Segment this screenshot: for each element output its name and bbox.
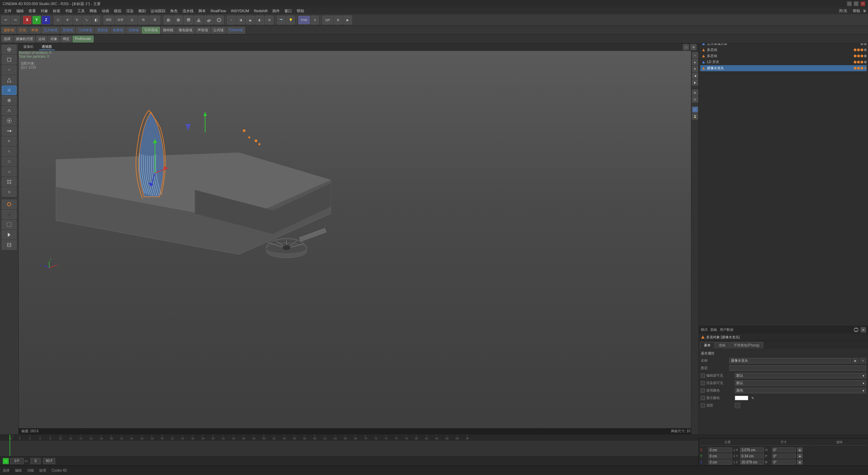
left-tool-3[interactable]: + [2, 65, 17, 75]
vp-right-btn-9[interactable]: ⌛ [692, 113, 698, 119]
coord-z-pos[interactable]: 0 cm [708, 460, 732, 464]
sound-field-btn[interactable]: 声音域 [195, 27, 210, 34]
select-tool-button[interactable]: ⬡ [54, 16, 62, 24]
left-tool-7[interactable] [2, 106, 17, 115]
pp-mode-btn[interactable]: 模式 [701, 327, 708, 332]
pp-icon-swatch[interactable] [735, 403, 740, 408]
cylinder-button[interactable] [184, 16, 193, 24]
pp-use-color-check[interactable] [701, 388, 705, 393]
geo-field-btn[interactable]: 几何体域 [76, 27, 94, 34]
cube-button[interactable] [163, 16, 173, 24]
status-function[interactable]: 功能 [27, 468, 34, 473]
viewport-tab-perspective[interactable]: 透视图 [39, 44, 55, 50]
menu-help[interactable]: 帮助 [295, 8, 306, 14]
loft-button[interactable]: ◐ [255, 16, 264, 24]
viewport-tab-camera[interactable]: 摄像机 [21, 44, 36, 50]
left-tool-4[interactable] [2, 75, 17, 85]
sweep-button[interactable]: ◒ [246, 16, 255, 24]
sphere-button[interactable] [174, 16, 183, 24]
coord-z-rot[interactable]: 0° [772, 460, 796, 464]
poly-tool-button[interactable]: ◧ [92, 16, 100, 24]
left-tool-17[interactable]: ⬛ [2, 210, 17, 219]
left-tool-6[interactable] [2, 96, 17, 105]
psr-button[interactable]: PSR [298, 16, 310, 24]
scale-tool-button[interactable]: ⤡ [82, 16, 91, 24]
coord-y-pos[interactable]: 0 cm [708, 454, 732, 458]
python-field-btn[interactable]: Python域 [226, 27, 245, 34]
left-tool-5[interactable] [2, 86, 17, 95]
move-tool-button[interactable]: ✛ [63, 16, 72, 24]
left-tool-20[interactable] [2, 240, 17, 250]
pp-icon-check[interactable] [701, 403, 705, 407]
pp-tab-basic[interactable]: 基本 [700, 342, 714, 348]
hier-item-cloner1[interactable]: 多态动 [700, 47, 867, 53]
mograph-light-btn[interactable]: 灯光 [17, 27, 28, 34]
camera-obj-button[interactable]: 📷 [277, 16, 285, 24]
motion-btn[interactable]: 运动 [36, 36, 47, 42]
pp-render-vis-dropdown[interactable]: 默认 ▾ [735, 380, 866, 386]
pp-tab-coords[interactable]: 坐标 [715, 342, 729, 348]
pp-render-vis-check[interactable] [701, 381, 705, 385]
status-texture[interactable]: 纹理 [39, 468, 46, 473]
qr-button[interactable]: QR [322, 16, 333, 24]
vp-right-btn-1[interactable]: + [692, 52, 698, 58]
hier-item-light[interactable]: LD 开关 [700, 59, 867, 65]
select-mode-btn[interactable]: 选择 [1, 36, 13, 42]
pp-tab-phong[interactable]: 平滑着色(Phong) [730, 342, 763, 348]
raster-field-btn[interactable]: 路特线 [161, 27, 176, 34]
left-tool-1[interactable] [2, 45, 17, 54]
model-mode-button[interactable]: 模型 [103, 16, 114, 24]
coord-y-size[interactable]: 0.34 cm [740, 454, 764, 458]
menu-file[interactable]: 文件 [2, 8, 14, 14]
deform-field-btn[interactable]: 变形域 [95, 27, 110, 34]
edge-mode-button[interactable]: 线 [138, 16, 149, 24]
menu-script[interactable]: 脚本 [196, 8, 208, 14]
left-tool-11[interactable]: ⤡ [2, 147, 17, 156]
shader-field-btn[interactable]: 着色器域 [176, 27, 195, 34]
think-field-btn[interactable]: 思维域 [60, 27, 75, 34]
menu-tag[interactable]: 标签 [51, 8, 62, 14]
menu-animation[interactable]: 动画 [100, 8, 111, 14]
left-tool-8[interactable] [2, 116, 17, 126]
menu-bookmark[interactable]: 书签 [63, 8, 75, 14]
undo-button[interactable]: ↩ [1, 16, 10, 24]
formula-field-btn[interactable]: 公式域 [211, 27, 226, 34]
ir-button[interactable]: Ir [864, 9, 866, 13]
coord-y-rot[interactable]: 0° [772, 454, 796, 458]
status-select[interactable]: 选择 [3, 468, 9, 473]
vp-right-btn-2[interactable]: ▲ [692, 59, 698, 65]
psr-value[interactable]: 0 [311, 16, 319, 24]
hier-item-cloner2[interactable]: 多态动 [700, 53, 867, 59]
camera-proxy-btn[interactable]: 摄像机代理 [14, 36, 35, 42]
torus-button[interactable] [214, 16, 224, 24]
left-tool-10[interactable]: ↻ [2, 136, 17, 146]
pp-tool-icon[interactable] [853, 327, 859, 333]
vp-right-btn-8[interactable]: ⬡ [692, 107, 698, 113]
coord-x-pos[interactable]: 0 cm [708, 448, 732, 452]
coord-z-size[interactable]: 20.979 cm [740, 460, 764, 464]
menu-mesh[interactable]: 网格 [87, 8, 99, 14]
status-cycles[interactable]: Cycles 4D [52, 469, 67, 472]
left-tool-19[interactable] [2, 230, 17, 240]
menu-simulate[interactable]: 模拟 [112, 8, 123, 14]
viewport-canvas[interactable]: Number of emitters: 0 Total live particl… [19, 51, 698, 434]
pp-display-color-swatch[interactable] [735, 396, 748, 400]
pp-panel-btn[interactable]: 面板 [710, 327, 717, 332]
vp-right-btn-7[interactable]: ⊙ [692, 96, 698, 102]
pp-name-pick-btn[interactable]: ▶ [852, 358, 859, 363]
left-tool-2[interactable] [2, 55, 17, 64]
rig-btn[interactable]: 绑定 [60, 36, 72, 42]
maximize-button[interactable]: □ [854, 1, 859, 6]
vp-settings-btn[interactable]: ⚙ [690, 44, 696, 50]
lathe-button[interactable]: ◔ [265, 16, 274, 24]
vp-maximize-btn[interactable]: ⬡ [683, 44, 689, 50]
start-frame-input[interactable]: 0 [31, 458, 41, 464]
menu-view[interactable]: 查看 [26, 8, 38, 14]
vp-right-btn-4[interactable]: ◀ [692, 73, 698, 79]
object-mode-button[interactable]: 点 [126, 16, 137, 24]
prorender-btn[interactable]: ProRender [73, 36, 94, 42]
mograph-camera-btn[interactable]: 摄影域 [1, 27, 16, 34]
render-button[interactable]: ▶ [343, 16, 352, 24]
pp-color-picker-btn[interactable]: ✎ [750, 396, 756, 400]
menu-motiontrack[interactable]: 运动跟踪 [149, 8, 167, 14]
